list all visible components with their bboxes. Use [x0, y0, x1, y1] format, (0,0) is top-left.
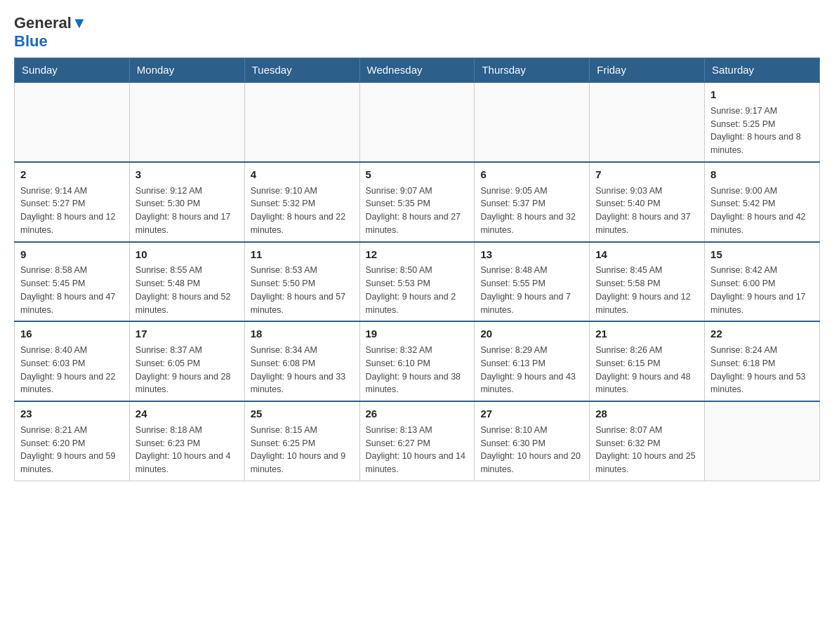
- calendar-week-row-5: 23Sunrise: 8:21 AMSunset: 6:20 PMDayligh…: [15, 401, 820, 481]
- calendar-cell: 22Sunrise: 8:24 AMSunset: 6:18 PMDayligh…: [705, 321, 820, 401]
- weekday-header-wednesday: Wednesday: [359, 58, 475, 83]
- calendar-cell: [475, 82, 590, 162]
- day-number: 10: [135, 247, 239, 262]
- day-info: Sunrise: 8:24 AMSunset: 6:18 PMDaylight:…: [710, 344, 814, 396]
- day-number: 2: [20, 167, 124, 182]
- day-number: 1: [710, 87, 814, 102]
- day-info: Sunrise: 8:13 AMSunset: 6:27 PMDaylight:…: [366, 424, 469, 476]
- day-info: Sunrise: 8:53 AMSunset: 5:50 PMDaylight:…: [251, 264, 354, 316]
- calendar-cell: 28Sunrise: 8:07 AMSunset: 6:32 PMDayligh…: [590, 401, 705, 481]
- calendar-week-row-4: 16Sunrise: 8:40 AMSunset: 6:03 PMDayligh…: [15, 321, 820, 401]
- calendar-cell: 9Sunrise: 8:58 AMSunset: 5:45 PMDaylight…: [15, 242, 130, 322]
- calendar-week-row-1: 1Sunrise: 9:17 AMSunset: 5:25 PMDaylight…: [15, 82, 820, 162]
- calendar-cell: 11Sunrise: 8:53 AMSunset: 5:50 PMDayligh…: [244, 242, 359, 322]
- day-info: Sunrise: 8:26 AMSunset: 6:15 PMDaylight:…: [595, 344, 699, 396]
- calendar-cell: 16Sunrise: 8:40 AMSunset: 6:03 PMDayligh…: [15, 321, 130, 401]
- day-number: 13: [480, 247, 583, 262]
- day-info: Sunrise: 8:15 AMSunset: 6:25 PMDaylight:…: [251, 424, 354, 476]
- day-info: Sunrise: 8:58 AMSunset: 5:45 PMDaylight:…: [20, 264, 124, 316]
- calendar-cell: 25Sunrise: 8:15 AMSunset: 6:25 PMDayligh…: [244, 401, 359, 481]
- day-info: Sunrise: 8:32 AMSunset: 6:10 PMDaylight:…: [366, 344, 469, 396]
- day-info: Sunrise: 8:55 AMSunset: 5:48 PMDaylight:…: [135, 264, 239, 316]
- day-info: Sunrise: 8:21 AMSunset: 6:20 PMDaylight:…: [20, 424, 124, 476]
- calendar-cell: 23Sunrise: 8:21 AMSunset: 6:20 PMDayligh…: [15, 401, 130, 481]
- day-info: Sunrise: 8:45 AMSunset: 5:58 PMDaylight:…: [595, 264, 699, 316]
- logo-text-blue: Blue: [14, 32, 48, 50]
- calendar-cell: 13Sunrise: 8:48 AMSunset: 5:55 PMDayligh…: [475, 242, 590, 322]
- calendar-cell: 4Sunrise: 9:10 AMSunset: 5:32 PMDaylight…: [244, 162, 359, 242]
- weekday-header-sunday: Sunday: [15, 58, 130, 83]
- calendar-cell: [359, 82, 475, 162]
- calendar-cell: 21Sunrise: 8:26 AMSunset: 6:15 PMDayligh…: [590, 321, 705, 401]
- calendar-cell: 17Sunrise: 8:37 AMSunset: 6:05 PMDayligh…: [129, 321, 244, 401]
- day-info: Sunrise: 8:37 AMSunset: 6:05 PMDaylight:…: [135, 344, 239, 396]
- day-info: Sunrise: 8:29 AMSunset: 6:13 PMDaylight:…: [480, 344, 583, 396]
- calendar-cell: [244, 82, 359, 162]
- calendar-week-row-2: 2Sunrise: 9:14 AMSunset: 5:27 PMDaylight…: [15, 162, 820, 242]
- weekday-header-thursday: Thursday: [475, 58, 590, 83]
- day-number: 15: [710, 247, 814, 262]
- day-number: 3: [135, 167, 239, 182]
- calendar-cell: 10Sunrise: 8:55 AMSunset: 5:48 PMDayligh…: [129, 242, 244, 322]
- calendar-cell: 1Sunrise: 9:17 AMSunset: 5:25 PMDaylight…: [705, 82, 820, 162]
- day-number: 9: [20, 247, 124, 262]
- calendar-cell: 19Sunrise: 8:32 AMSunset: 6:10 PMDayligh…: [359, 321, 475, 401]
- day-info: Sunrise: 8:50 AMSunset: 5:53 PMDaylight:…: [366, 264, 469, 316]
- day-info: Sunrise: 9:10 AMSunset: 5:32 PMDaylight:…: [251, 185, 354, 237]
- day-number: 4: [251, 167, 354, 182]
- calendar-cell: 3Sunrise: 9:12 AMSunset: 5:30 PMDaylight…: [129, 162, 244, 242]
- calendar-cell: [129, 82, 244, 162]
- logo-triangle-icon: ▼: [72, 14, 87, 32]
- day-number: 6: [480, 167, 583, 182]
- day-number: 21: [595, 326, 699, 342]
- calendar-cell: 2Sunrise: 9:14 AMSunset: 5:27 PMDaylight…: [15, 162, 130, 242]
- day-info: Sunrise: 9:07 AMSunset: 5:35 PMDaylight:…: [366, 185, 469, 237]
- day-number: 22: [710, 326, 814, 342]
- day-number: 18: [251, 326, 354, 342]
- day-info: Sunrise: 8:34 AMSunset: 6:08 PMDaylight:…: [251, 344, 354, 396]
- day-number: 11: [251, 247, 354, 262]
- calendar-week-row-3: 9Sunrise: 8:58 AMSunset: 5:45 PMDaylight…: [15, 242, 820, 322]
- day-number: 24: [135, 406, 239, 422]
- day-number: 28: [595, 406, 699, 422]
- day-number: 5: [366, 167, 469, 182]
- calendar-cell: 5Sunrise: 9:07 AMSunset: 5:35 PMDaylight…: [359, 162, 475, 242]
- day-info: Sunrise: 9:12 AMSunset: 5:30 PMDaylight:…: [135, 185, 239, 237]
- calendar-cell: 27Sunrise: 8:10 AMSunset: 6:30 PMDayligh…: [475, 401, 590, 481]
- day-info: Sunrise: 9:14 AMSunset: 5:27 PMDaylight:…: [20, 185, 124, 237]
- calendar-cell: 8Sunrise: 9:00 AMSunset: 5:42 PMDaylight…: [705, 162, 820, 242]
- logo-text-general: General▼: [14, 14, 87, 32]
- day-info: Sunrise: 8:42 AMSunset: 6:00 PMDaylight:…: [710, 264, 814, 316]
- weekday-header-tuesday: Tuesday: [244, 58, 359, 83]
- calendar-cell: 24Sunrise: 8:18 AMSunset: 6:23 PMDayligh…: [129, 401, 244, 481]
- day-info: Sunrise: 8:07 AMSunset: 6:32 PMDaylight:…: [595, 424, 699, 476]
- weekday-header-monday: Monday: [129, 58, 244, 83]
- logo: General▼ Blue: [14, 14, 87, 51]
- calendar-cell: [15, 82, 130, 162]
- day-info: Sunrise: 9:05 AMSunset: 5:37 PMDaylight:…: [480, 185, 583, 237]
- day-info: Sunrise: 8:48 AMSunset: 5:55 PMDaylight:…: [480, 264, 583, 316]
- day-number: 27: [480, 406, 583, 422]
- calendar-cell: 20Sunrise: 8:29 AMSunset: 6:13 PMDayligh…: [475, 321, 590, 401]
- day-number: 25: [251, 406, 354, 422]
- day-info: Sunrise: 8:18 AMSunset: 6:23 PMDaylight:…: [135, 424, 239, 476]
- calendar-cell: [590, 82, 705, 162]
- day-number: 12: [366, 247, 469, 262]
- calendar-cell: 18Sunrise: 8:34 AMSunset: 6:08 PMDayligh…: [244, 321, 359, 401]
- weekday-header-friday: Friday: [590, 58, 705, 83]
- calendar-cell: 6Sunrise: 9:05 AMSunset: 5:37 PMDaylight…: [475, 162, 590, 242]
- calendar-cell: 14Sunrise: 8:45 AMSunset: 5:58 PMDayligh…: [590, 242, 705, 322]
- day-info: Sunrise: 8:10 AMSunset: 6:30 PMDaylight:…: [480, 424, 583, 476]
- day-number: 20: [480, 326, 583, 342]
- day-number: 7: [595, 167, 699, 182]
- calendar-table: SundayMondayTuesdayWednesdayThursdayFrid…: [14, 58, 820, 481]
- day-number: 16: [20, 326, 124, 342]
- weekday-header-saturday: Saturday: [705, 58, 820, 83]
- day-number: 19: [366, 326, 469, 342]
- day-number: 23: [20, 406, 124, 422]
- day-number: 14: [595, 247, 699, 262]
- calendar-cell: 12Sunrise: 8:50 AMSunset: 5:53 PMDayligh…: [359, 242, 475, 322]
- calendar-cell: 15Sunrise: 8:42 AMSunset: 6:00 PMDayligh…: [705, 242, 820, 322]
- page-header: General▼ Blue: [14, 14, 820, 51]
- day-number: 17: [135, 326, 239, 342]
